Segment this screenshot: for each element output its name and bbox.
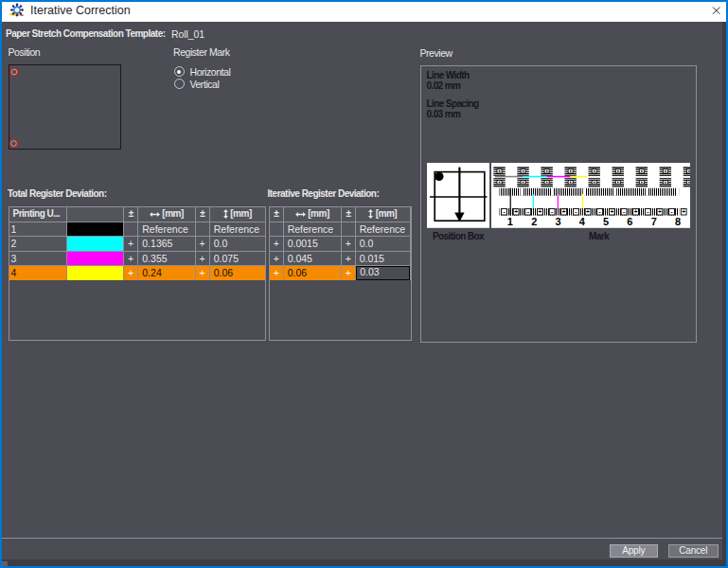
svg-text:+: + bbox=[610, 208, 613, 215]
svg-text:+: + bbox=[633, 208, 637, 215]
svg-text:7: 7 bbox=[650, 216, 656, 227]
svg-text:5: 5 bbox=[603, 216, 609, 227]
svg-text:-: - bbox=[526, 208, 528, 215]
svg-text:-: - bbox=[503, 208, 505, 215]
svg-text:-: - bbox=[551, 208, 553, 215]
svg-text:1: 1 bbox=[506, 216, 512, 227]
svg-text:+: + bbox=[657, 208, 661, 215]
svg-text:-: - bbox=[598, 208, 600, 215]
svg-text:-: - bbox=[575, 208, 577, 215]
svg-text:+: + bbox=[586, 208, 590, 215]
svg-text:+: + bbox=[682, 208, 685, 215]
svg-text:4: 4 bbox=[578, 216, 585, 227]
svg-text:-: - bbox=[670, 208, 672, 215]
svg-text:6: 6 bbox=[627, 216, 632, 227]
svg-text:-: - bbox=[622, 208, 624, 215]
svg-text:8: 8 bbox=[674, 216, 680, 227]
svg-text:+: + bbox=[538, 208, 542, 215]
svg-text:2: 2 bbox=[531, 216, 537, 227]
svg-text:-: - bbox=[647, 208, 648, 215]
svg-text:+: + bbox=[514, 208, 518, 215]
svg-text:3: 3 bbox=[555, 216, 560, 227]
svg-text:+: + bbox=[561, 208, 565, 215]
